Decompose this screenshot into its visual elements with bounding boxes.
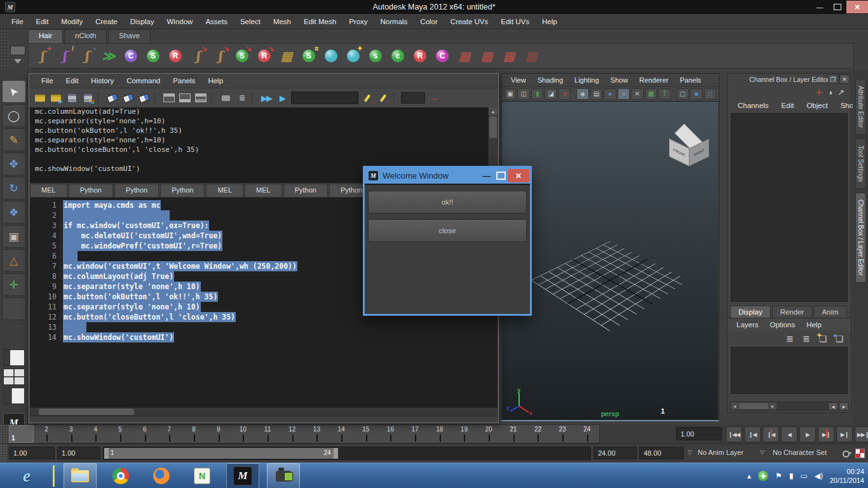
layer-editor-menu-item[interactable]: Layers (731, 320, 764, 330)
viewport-menu-item[interactable]: Show (606, 75, 633, 85)
save-to-shelf-icon[interactable] (81, 91, 95, 105)
range-track[interactable]: 1 24 (103, 447, 591, 460)
character-set-dropdown-icon[interactable]: ▽ (760, 449, 764, 456)
taskbar-notepadpp-icon[interactable]: N (186, 463, 219, 488)
speed-state-icon[interactable]: ◑ (827, 88, 832, 97)
shave-s-icon[interactable]: s (365, 45, 386, 67)
rotate-tool[interactable]: ↻ (2, 177, 26, 200)
use-all-lights-icon[interactable]: ▩ (645, 88, 657, 100)
image-plane-icon[interactable]: ◪ (545, 88, 557, 100)
anim-layer-selector[interactable]: No Anim Layer (698, 449, 743, 456)
layer-list-empty[interactable] (731, 347, 848, 394)
timeline-tick[interactable]: 20 (477, 425, 501, 443)
cube-solid-icon[interactable]: ■ (690, 88, 702, 100)
menu-item[interactable]: Create (89, 15, 124, 28)
timeline-tick[interactable]: 8 (182, 425, 207, 443)
timeline-tick[interactable]: 10 (231, 425, 255, 443)
range-slider-grip[interactable] (0, 444, 8, 463)
script-editor-menu-item[interactable]: Command (121, 75, 166, 86)
shelf-tab-shave[interactable]: Shave (108, 29, 151, 43)
script-editor-menu-item[interactable]: Panels (167, 75, 201, 86)
set-start-from-current-icon[interactable]: S ↘ (231, 45, 253, 67)
set-start-position-icon[interactable]: S (142, 45, 164, 67)
timeline-tick[interactable]: 14 (329, 425, 354, 443)
taskbar-maya-icon[interactable]: M (226, 463, 259, 488)
minimize-button[interactable]: — (811, 1, 829, 13)
layout-single-pane-button[interactable] (3, 349, 25, 366)
scroll-right-icon[interactable]: ▸ (769, 402, 776, 410)
new-empty-layer-icon[interactable]: ❏ ✦ (817, 333, 829, 344)
script-editor-menu-item[interactable]: Edit (60, 75, 85, 86)
toolbar-separator[interactable] (393, 92, 398, 104)
taskbar-camera-icon[interactable] (267, 463, 300, 488)
menu-item[interactable]: Window (160, 15, 199, 28)
shave-r-icon[interactable]: R (409, 45, 431, 67)
menu-item[interactable]: Proxy (342, 15, 374, 28)
move-layer-up-icon[interactable]: ≣ ↑ (783, 333, 796, 344)
maximize-button[interactable] (829, 1, 846, 13)
channel-list-empty[interactable] (731, 113, 848, 302)
textured-icon[interactable]: T (658, 88, 670, 100)
script-tab[interactable]: Python (114, 184, 159, 197)
source-script-icon[interactable] (49, 91, 63, 105)
show-input-pane-icon[interactable] (178, 91, 192, 105)
script-tab[interactable]: MEL (206, 184, 243, 197)
show-both-panes-icon[interactable] (194, 91, 208, 105)
step-back-key-button[interactable]: ❙◀ (763, 426, 779, 442)
scrollbar-thumb[interactable] (39, 409, 134, 415)
menu-item[interactable]: Assets (199, 15, 234, 28)
timeline-tick[interactable]: 2 (34, 425, 59, 443)
layer-editor-menu-item[interactable]: Options (765, 320, 801, 330)
menu-item[interactable]: Edit UVs (494, 15, 536, 28)
layer-tab-anim[interactable]: Anim (813, 306, 846, 318)
menu-item[interactable]: Modify (55, 15, 89, 28)
assign-constraint-icon[interactable]: S ¤ (298, 45, 320, 67)
execute-icon[interactable]: ▶ (275, 91, 289, 105)
render-sequence-icon-3[interactable]: ▦ (498, 45, 520, 67)
tray-volume-icon[interactable]: ◀⟩ (815, 471, 824, 480)
layer-tab-render[interactable]: Render (772, 306, 813, 318)
timeline-tick[interactable]: 17 (403, 425, 428, 443)
interactive-playback-icon[interactable]: ≫ (98, 45, 119, 67)
hair-constraint-icon[interactable]: C (120, 45, 142, 67)
timeline-tick[interactable]: 12 (280, 425, 304, 443)
clear-history-icon[interactable] (105, 91, 119, 105)
toolbar-separator[interactable] (211, 92, 215, 104)
timeline-tick[interactable]: 23 (550, 425, 575, 443)
toolbar-separator[interactable] (154, 92, 159, 104)
anim-layer-dropdown-icon[interactable]: ▽ (688, 449, 692, 456)
menu-item[interactable]: Edit Mesh (297, 15, 342, 28)
last-tool-used[interactable] (2, 297, 26, 320)
ok-button[interactable]: ok!! (368, 191, 527, 214)
menu-item[interactable]: File (5, 15, 30, 28)
taskbar-ie-icon[interactable]: e (10, 463, 43, 488)
shave-c-green-icon[interactable]: c (387, 45, 409, 67)
viewport-menu-item[interactable]: Panels (675, 75, 706, 85)
shelf-grip[interactable] (0, 29, 9, 69)
script-editor-menu-item[interactable]: History (85, 75, 119, 86)
taskbar-explorer-icon[interactable] (64, 463, 97, 488)
render-sequence-icon-2[interactable]: ▦ (476, 45, 498, 67)
menu-item[interactable]: Select (234, 15, 267, 28)
script-editor-menu-item[interactable]: Help (202, 75, 229, 86)
timeline-tick[interactable]: 11 (255, 425, 280, 443)
script-tab[interactable]: MEL (245, 184, 282, 197)
channel-box-menu-item[interactable]: Object (801, 100, 832, 111)
tray-network-icon[interactable]: ▭ (800, 471, 807, 480)
timeline-tick[interactable]: 24 (574, 425, 599, 443)
hair-nodes-icon[interactable]: ▦ (276, 45, 297, 67)
smooth-shade-icon[interactable]: ● (604, 88, 616, 100)
move-layer-down-icon[interactable]: ≣ ↓ (800, 333, 813, 344)
render-sequence-icon[interactable]: ▦ (454, 45, 475, 67)
animation-end-field[interactable]: 48.00 (639, 447, 684, 459)
time-slider-grip[interactable] (0, 424, 9, 444)
wireframe-icon[interactable]: ▤ (590, 88, 602, 100)
timeline-tick[interactable]: 7 (157, 425, 182, 443)
range-bar[interactable]: 1 24 (104, 448, 338, 459)
panel-close-button[interactable]: ✕ (839, 74, 850, 84)
layout-split-pane-button[interactable] (3, 388, 25, 404)
viewport-menu-item[interactable]: Shading (533, 75, 567, 85)
nucleus-solver-icon[interactable] (320, 45, 342, 67)
dialog-minimize-button[interactable]: — (480, 171, 494, 180)
bookmark-icon[interactable]: ▮ (531, 88, 543, 100)
